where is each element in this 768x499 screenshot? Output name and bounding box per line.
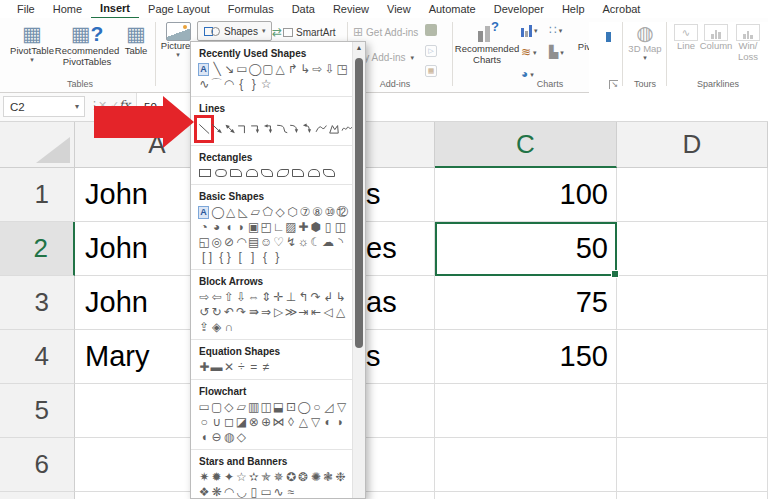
shape-icon[interactable]: ↷ [235, 305, 247, 320]
row-header-6[interactable]: 6 [0, 438, 75, 492]
curved-connector-shape-icon[interactable] [276, 119, 288, 139]
shape-icon[interactable]: ◎ [210, 235, 222, 250]
addin-calendar-icon[interactable]: ▦ [425, 65, 437, 77]
shape-icon[interactable]: ◫ [334, 220, 346, 235]
get-addins-button[interactable]: ⊞ Get Add-ins [353, 25, 418, 39]
shape-icon[interactable]: ⌒ [210, 77, 222, 92]
recommended-pivottables-button[interactable]: ▦? Recommended PivotTables [56, 22, 118, 67]
shape-icon[interactable]: ÷ [235, 360, 247, 375]
menu-tab-automate[interactable]: Automate [420, 1, 485, 18]
curved-arrow-connector-shape-icon[interactable] [289, 119, 301, 139]
line-chart-button[interactable]: ≋ ▾ [521, 46, 537, 59]
shape-icon[interactable]: ✵ [272, 470, 284, 485]
3d-map-button[interactable]: ◍ 3D Map ▾ [628, 22, 662, 61]
shape-icon[interactable]: ↯ [285, 235, 297, 250]
shape-icon[interactable]: ✚ [297, 220, 309, 235]
shape-icon[interactable]: ∿ [198, 77, 210, 92]
shape-icon[interactable]: ✦ [223, 470, 235, 485]
shape-icon[interactable]: ⇔ [248, 290, 260, 305]
round-single-corner-shape-icon[interactable] [292, 169, 304, 177]
cell-d1[interactable] [617, 168, 768, 222]
shape-icon[interactable]: △ [334, 305, 346, 320]
cell-c3[interactable]: 75 [435, 276, 617, 330]
shape-icon[interactable]: ⇛ [248, 305, 260, 320]
shape-icon[interactable]: ◯ [248, 62, 261, 77]
shape-icon[interactable]: ▬ [210, 360, 222, 375]
shape-icon[interactable]: ▯ [322, 220, 334, 235]
addin-app-icon[interactable] [425, 24, 437, 36]
shape-icon[interactable]: ⇤ [310, 305, 322, 320]
shape-icon[interactable]: ↰ [297, 290, 309, 305]
shape-icon[interactable]: ◪ [235, 415, 247, 430]
line-arrow-double-shape-icon[interactable] [224, 119, 236, 139]
shape-icon[interactable]: ◳ [336, 62, 348, 77]
row-header-3[interactable]: 3 [0, 276, 75, 330]
shape-icon[interactable]: } [271, 250, 283, 265]
shape-icon[interactable]: ▽ [335, 400, 347, 415]
shape-icon[interactable]: ◗ [334, 415, 346, 430]
shape-icon[interactable]: ✚ [198, 360, 210, 375]
row-header-2[interactable]: 2 [0, 222, 75, 276]
combo-chart-button[interactable]: ▙ ▾ [549, 46, 564, 59]
scroll-up-icon[interactable]: ▲ [353, 44, 365, 51]
shape-icon[interactable]: ✷ [198, 470, 210, 485]
shape-icon[interactable]: = [248, 360, 260, 375]
shape-icon[interactable]: ✫ [248, 470, 260, 485]
shape-icon[interactable]: ◯ [211, 205, 224, 220]
shape-icon[interactable]: { } [216, 250, 234, 265]
shape-icon[interactable]: ↳ [299, 62, 311, 77]
shape-icon[interactable]: ✺ [310, 470, 322, 485]
shape-icon[interactable]: ↺ [198, 305, 210, 320]
shape-icon[interactable]: ⇕ [260, 290, 272, 305]
cell-c1[interactable]: 100 [435, 168, 617, 222]
shape-icon[interactable]: ❋ [210, 485, 222, 499]
shape-icon[interactable]: ↷ [310, 290, 322, 305]
cell-c5[interactable] [435, 384, 617, 438]
shape-icon[interactable]: ✯ [260, 470, 272, 485]
shape-icon[interactable]: ⑦ [299, 205, 311, 220]
shape-icon[interactable]: ⇦ [210, 290, 222, 305]
menu-tab-help[interactable]: Help [553, 1, 594, 18]
shape-icon[interactable]: △ [224, 205, 236, 220]
table-button[interactable]: ▦ Table [120, 22, 152, 57]
shape-icon[interactable]: ⬡ [286, 205, 298, 220]
shape-icon[interactable]: ◱ [198, 235, 210, 250]
shape-icon[interactable]: ▭ [260, 485, 272, 499]
shape-icon[interactable]: ✹ [210, 470, 222, 485]
shape-icon[interactable]: ▢ [210, 400, 222, 415]
shape-icon[interactable]: ☆ [235, 470, 247, 485]
shape-icon[interactable]: ▨ [285, 220, 297, 235]
shape-icon[interactable]: ◗ [235, 220, 247, 235]
shape-icon[interactable]: ↶ [223, 305, 235, 320]
shape-icon[interactable]: ▱ [249, 205, 261, 220]
shape-icon[interactable]: ≈ [285, 485, 297, 499]
shape-icon[interactable]: ◠ [223, 485, 235, 499]
shape-icon[interactable]: ⇥ [297, 305, 309, 320]
shape-icon[interactable]: ▭ [236, 62, 248, 77]
round-same-side-shape-icon[interactable] [308, 169, 320, 177]
shape-icon[interactable]: ◊ [285, 415, 297, 430]
curve-shape-icon[interactable] [315, 119, 327, 139]
shape-icon[interactable]: ☼ [297, 235, 309, 250]
shape-icon[interactable]: ⑧ [311, 205, 323, 220]
shape-icon[interactable]: ⊗ [248, 415, 260, 430]
shape-icon[interactable]: ◫ [260, 400, 272, 415]
menu-tab-page-layout[interactable]: Page Layout [139, 1, 219, 18]
shape-icon[interactable]: ⊖ [210, 430, 222, 445]
shape-icon[interactable]: ▣ [248, 220, 260, 235]
shape-icon[interactable]: ⑩ [324, 205, 336, 220]
shape-icon[interactable]: ☁ [322, 235, 334, 250]
shape-icon[interactable]: ⬠ [262, 205, 274, 220]
menu-tab-view[interactable]: View [378, 1, 420, 18]
shape-icon[interactable]: ◝ [334, 235, 346, 250]
shape-icon[interactable]: ✛ [272, 290, 284, 305]
shape-icon[interactable]: ◰ [260, 220, 272, 235]
shape-icon[interactable]: A [198, 206, 209, 219]
shape-icon[interactable]: ▷ [272, 305, 284, 320]
fill-handle[interactable] [611, 270, 619, 278]
shape-icon[interactable]: ◇ [274, 205, 286, 220]
column-header-d[interactable]: D [617, 122, 768, 168]
menu-tab-formulas[interactable]: Formulas [219, 1, 283, 18]
cell-d3[interactable] [617, 276, 768, 330]
pivotchart-button[interactable]: ▦ PivotChart ▾ [575, 22, 625, 59]
